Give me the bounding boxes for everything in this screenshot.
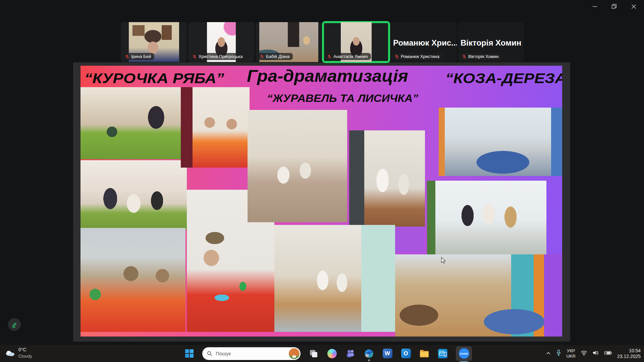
participant-name-pill: Бабій Діана [258, 53, 293, 60]
weather-temperature: 0°C [18, 347, 32, 353]
copilot-button[interactable] [327, 348, 337, 359]
edge-button[interactable] [364, 348, 374, 359]
battery-charging-icon [604, 351, 612, 355]
annotation-button[interactable] [8, 318, 21, 331]
photo-kurochka-scene-2 [80, 160, 187, 230]
mic-muted-icon [462, 54, 467, 59]
file-explorer-button[interactable] [419, 348, 430, 359]
copilot-icon [327, 349, 337, 358]
participant-name-pill: Ірина Бей [123, 53, 154, 60]
participant-tile-audio[interactable]: Романюк Хрис... Романюк Христина [390, 22, 457, 62]
participants-strip: Ірина Бей Христина Пригроцька [121, 22, 524, 62]
search-input[interactable] [215, 350, 277, 357]
participant-name: Ірина Бей [131, 54, 151, 59]
network-button[interactable] [581, 350, 587, 357]
presentation-slide: “КУРОЧКА РЯБА” Гра-драматизація “КОЗА-ДЕ… [80, 66, 562, 337]
mic-muted-icon [327, 54, 332, 59]
outlook-icon-letter: O [404, 350, 408, 357]
zoom-meeting-window: Ірина Бей Христина Пригроцька [0, 0, 644, 362]
participant-name-pill: Романюк Христина [392, 53, 443, 60]
clock-date: 23.12.2025 [617, 354, 641, 359]
photo-zhuravel-scene-2 [274, 225, 395, 336]
photo-zhuravel-scene-1 [248, 110, 347, 222]
windows-logo-icon [185, 349, 194, 358]
weather-text: 0°C Cloudy [18, 347, 32, 359]
language-switcher[interactable]: УКР UKR [566, 348, 575, 359]
zoom-app-icon: zoom [459, 348, 469, 359]
screen-share-area: “КУРОЧКА РЯБА” Гра-драматизація “КОЗА-ДЕ… [73, 62, 570, 342]
mic-muted-icon [125, 54, 129, 59]
participant-display-name: Романюк Хрис... [393, 38, 457, 48]
language-native: УКР [567, 348, 575, 354]
printer-app-icon [438, 349, 448, 359]
search-box[interactable] [202, 347, 301, 360]
weather-condition: Cloudy [18, 353, 32, 359]
teams-icon: T [346, 349, 355, 358]
photo-group-on-rug [439, 108, 562, 176]
participant-name: Романюк Христина [401, 54, 439, 59]
task-view-button[interactable] [308, 348, 319, 359]
slide-title-main: Гра-драматизація [247, 66, 408, 86]
printer-app-button[interactable] [437, 348, 448, 359]
slide-title-koza-dereza: “КОЗА-ДЕРЕЗА” [445, 70, 562, 86]
participant-tile-audio[interactable]: Вікторія Хомин Вікторія Хомин [458, 22, 524, 62]
start-button[interactable] [184, 348, 195, 359]
participant-tile[interactable]: Христина Пригроцька [188, 22, 254, 62]
restore-button[interactable] [611, 3, 617, 9]
participant-name: Христина Пригроцька [199, 54, 243, 59]
tray-expand-button[interactable] [546, 351, 551, 357]
zoom-app-button[interactable]: zoom [456, 346, 472, 361]
outlook-icon: O [401, 349, 411, 358]
clock-time: 10:54 [629, 348, 641, 354]
language-latin: UKR [566, 354, 575, 359]
word-button[interactable]: W [382, 348, 393, 359]
pencil-icon [11, 321, 18, 328]
edge-running-indicator [368, 359, 370, 361]
speaker-icon [592, 350, 599, 356]
minimize-icon [592, 4, 597, 9]
photo-story-time [395, 254, 544, 337]
cloud-icon [5, 349, 15, 357]
restore-icon [611, 4, 617, 9]
photo-kids-at-table-1 [80, 228, 185, 332]
mouse-cursor [440, 257, 447, 265]
purple-filler-block [395, 227, 424, 252]
slide-title-kurochka-ryaba: “КУРОЧКА РЯБА” [85, 70, 224, 86]
taskbar-clock[interactable]: 10:54 23.12.2025 [617, 348, 641, 359]
svg-text:T: T [348, 353, 350, 357]
participant-name: Анастасія Ямнич [333, 54, 368, 59]
photo-kurochka-scene-1 [80, 87, 185, 159]
window-controls [592, 3, 637, 9]
weather-widget[interactable]: 0°C Cloudy [5, 347, 32, 359]
photo-toddlers-at-table [181, 87, 250, 168]
battery-button[interactable] [604, 351, 612, 357]
purple-filler-column [544, 254, 562, 337]
search-icon [207, 351, 212, 356]
zoom-icon-label: zoom [460, 352, 468, 355]
photo-group-standing [427, 181, 546, 256]
mic-muted-icon [260, 54, 264, 59]
participant-tile[interactable]: Ірина Бей [121, 22, 187, 62]
participant-tile-active-speaker[interactable]: Анастасія Ямнич [323, 22, 389, 62]
tray-mic-button[interactable] [556, 350, 561, 358]
volume-button[interactable] [592, 350, 599, 357]
taskbar: 0°C Cloudy [0, 345, 644, 362]
participant-tile[interactable]: Бабій Діана [256, 22, 322, 62]
slide-bottom-strip [80, 332, 395, 337]
outlook-button[interactable]: O [400, 348, 411, 359]
edge-icon [364, 349, 374, 358]
participant-name: Вікторія Хомин [468, 54, 498, 59]
minimize-button[interactable] [592, 3, 598, 9]
task-view-icon [309, 349, 318, 358]
taskbar-center: T W [184, 345, 472, 362]
mic-muted-icon [394, 54, 399, 59]
participant-name-pill: Анастасія Ямнич [325, 53, 371, 60]
teams-button[interactable]: T [345, 348, 356, 359]
participant-name: Бабій Діана [266, 54, 289, 59]
close-button[interactable] [631, 3, 637, 9]
word-icon-letter: W [385, 350, 390, 357]
search-daily-image[interactable] [289, 348, 300, 359]
word-icon: W [383, 349, 392, 358]
close-icon [631, 4, 636, 9]
chevron-up-icon [546, 351, 551, 355]
